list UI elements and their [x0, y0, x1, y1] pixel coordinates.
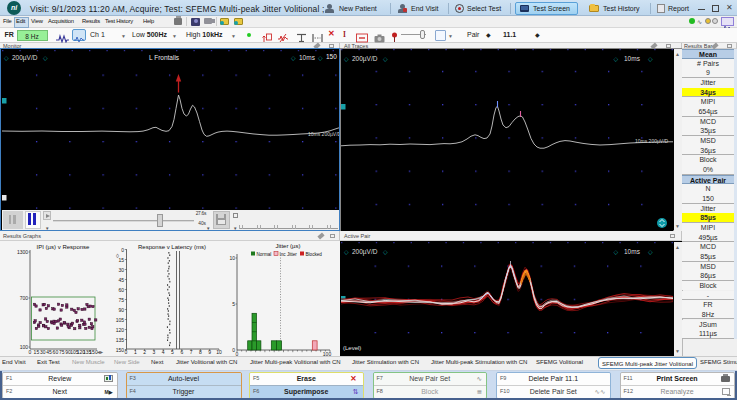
svg-text:15: 15: [34, 349, 40, 355]
svg-text:◇: ◇: [648, 56, 653, 62]
svg-text:Blocked: Blocked: [306, 252, 323, 257]
svg-text:◇: ◇: [43, 54, 48, 60]
svg-text:100: 100: [20, 344, 29, 350]
svg-text:10ms: 10ms: [299, 53, 316, 60]
svg-text:◇: ◇: [648, 248, 653, 254]
svg-text:◇: ◇: [383, 56, 388, 62]
svg-text:◇: ◇: [344, 56, 349, 62]
svg-text:45: 45: [46, 349, 52, 355]
svg-text:◇: ◇: [291, 54, 296, 60]
svg-text:90: 90: [118, 307, 124, 313]
svg-text:30: 30: [40, 349, 46, 355]
svg-text:◇: ◇: [614, 56, 619, 62]
svg-text:1300: 1300: [17, 249, 28, 255]
svg-text:150: 150: [116, 347, 125, 353]
svg-text:200µV/D: 200µV/D: [352, 55, 378, 63]
svg-text:105: 105: [116, 317, 125, 323]
svg-text:60: 60: [118, 287, 124, 293]
svg-text:◇: ◇: [318, 54, 323, 60]
svg-text:10ms 200µV/D: 10ms 200µV/D: [635, 138, 669, 144]
svg-text:◂▸: ◂▸: [97, 349, 103, 355]
svg-text:0: 0: [121, 247, 124, 253]
svg-text:◇: ◇: [614, 248, 619, 254]
svg-text:60: 60: [53, 349, 59, 355]
svg-text:◇: ◇: [344, 248, 349, 254]
svg-text:10ms 200µV/D: 10ms 200µV/D: [308, 130, 339, 136]
svg-text:15: 15: [118, 257, 124, 263]
svg-text:IPI (µs) v Response: IPI (µs) v Response: [37, 244, 90, 250]
svg-text:Inc Jitter: Inc Jitter: [280, 252, 298, 257]
svg-text:75: 75: [59, 349, 65, 355]
svg-text:Response v Latency (ms): Response v Latency (ms): [138, 244, 206, 250]
svg-text:30: 30: [118, 267, 124, 273]
svg-text:135: 135: [116, 337, 125, 343]
svg-text:10: 10: [229, 255, 235, 261]
svg-text:Normal: Normal: [257, 252, 272, 257]
svg-text:700: 700: [20, 295, 29, 301]
svg-text:◇: ◇: [383, 248, 388, 254]
svg-text:10ms: 10ms: [624, 55, 641, 62]
svg-text:L Frontalis: L Frontalis: [149, 53, 180, 60]
svg-text:◊: ◊: [116, 253, 119, 259]
svg-text:200µV/D: 200µV/D: [12, 53, 38, 61]
svg-text:150: 150: [326, 52, 337, 59]
svg-text:120: 120: [116, 327, 125, 333]
svg-text:0: 0: [29, 349, 32, 355]
svg-text:75: 75: [118, 297, 124, 303]
svg-text:5: 5: [232, 301, 235, 307]
svg-text:Jitter (µs): Jitter (µs): [275, 243, 300, 249]
svg-text:200µV/D: 200µV/D: [352, 247, 378, 255]
svg-text:45: 45: [118, 277, 124, 283]
svg-text:10ms: 10ms: [624, 247, 641, 254]
svg-text:◇: ◇: [4, 54, 9, 60]
svg-text:(Level): (Level): [343, 345, 361, 351]
